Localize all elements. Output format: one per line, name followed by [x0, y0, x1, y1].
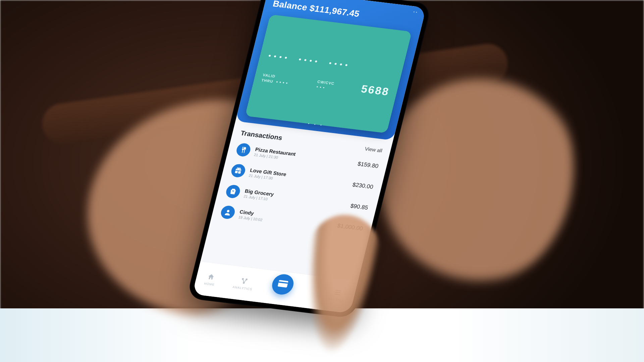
bag-icon	[225, 184, 241, 199]
nav-home-label: HOME	[204, 282, 215, 287]
settings-icon	[333, 289, 342, 297]
thru-value: ••••	[275, 80, 289, 85]
view-all-link[interactable]: View all	[364, 146, 383, 154]
nav-analytics[interactable]: ANALYTICS	[232, 276, 255, 291]
svg-point-1	[242, 278, 244, 280]
transaction-amount: $159.80	[357, 161, 379, 170]
analytics-icon	[239, 277, 249, 286]
card-last4: 5688	[360, 83, 391, 98]
transaction-amount: $1,000.00	[336, 223, 363, 232]
nav-setting[interactable]: SETTING	[328, 288, 346, 302]
cvv-block: CW/CVC •••	[316, 79, 335, 92]
nav-analytics-label: ANALYTICS	[232, 285, 253, 291]
transaction-amount: $90.85	[350, 203, 369, 212]
thru-label: THRU	[261, 78, 273, 83]
foreground-band	[0, 308, 644, 362]
credit-card[interactable]: •••• •••• •••• VALID THRU •••• CW/CVC ••…	[245, 14, 412, 133]
svg-rect-4	[277, 280, 288, 288]
food-icon	[235, 142, 252, 157]
person-icon	[220, 205, 236, 220]
valid-label: VALID	[262, 73, 276, 78]
balance-header: • • Balance $111,967.45 •••• •••• •••• V…	[235, 0, 426, 140]
card-num-group-3: ••••	[327, 59, 351, 69]
balance-label: Balance	[272, 0, 309, 12]
nav-setting-label: SETTING	[328, 297, 344, 302]
balance-amount: $111,967.45	[309, 3, 361, 19]
svg-point-0	[227, 210, 230, 213]
card-num-group-1: ••••	[267, 52, 290, 62]
transaction-amount: $230.00	[352, 181, 374, 190]
status-bar: • •	[413, 10, 418, 14]
gift-icon	[230, 163, 247, 178]
valid-thru-block: VALID THRU ••••	[261, 73, 291, 86]
transactions-section: Transactions View all Pizza Restaurant21…	[211, 121, 393, 240]
card-num-group-2: ••••	[297, 55, 320, 66]
svg-rect-8	[334, 294, 340, 295]
svg-rect-6	[335, 290, 341, 292]
transactions-list: Pizza Restaurant21 July | 21:30$159.80Lo…	[219, 139, 381, 239]
svg-rect-7	[335, 292, 341, 293]
home-icon	[206, 273, 216, 282]
card-icon	[277, 280, 289, 289]
nav-home[interactable]: HOME	[204, 273, 217, 287]
card-number-row: •••• •••• ••••	[267, 52, 395, 75]
nav-card-fab[interactable]	[270, 273, 296, 296]
